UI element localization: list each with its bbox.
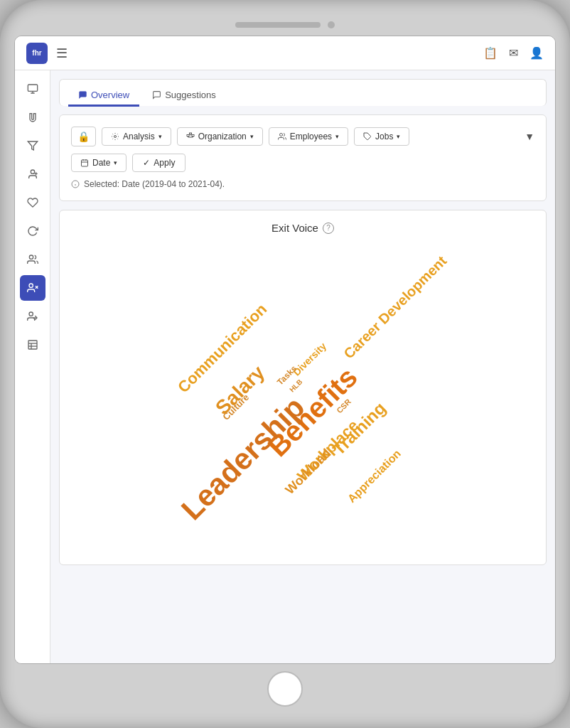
svg-point-19	[114, 136, 117, 138]
organization-dropdown[interactable]: Organization ▾	[177, 127, 263, 146]
word-cloud-word: Salary	[211, 361, 269, 419]
tab-suggestions-label: Suggestions	[165, 90, 216, 100]
word-cloud-title: Exit Voice	[271, 222, 318, 234]
filter-funnel-icon[interactable]: ▼	[525, 131, 534, 142]
tablet-screen: fhr ☰ 📋 ✉ 👤	[14, 36, 556, 664]
help-icon[interactable]: ?	[323, 223, 334, 234]
tab-overview-label: Overview	[91, 90, 129, 100]
apply-button[interactable]: ✓ Apply	[132, 154, 185, 172]
analysis-label: Analysis	[123, 132, 155, 141]
document-icon[interactable]: 📋	[483, 46, 498, 60]
date-dropdown[interactable]: Date ▾	[71, 154, 127, 172]
sidebar-item-user-arrow[interactable]	[20, 304, 45, 329]
svg-rect-20	[187, 135, 189, 136]
analysis-dropdown[interactable]: Analysis ▾	[102, 127, 171, 146]
content-area: Overview Suggestions 🔒	[50, 70, 555, 663]
tablet-frame: fhr ☰ 📋 ✉ 👤	[0, 0, 570, 728]
svg-marker-5	[28, 141, 37, 150]
svg-point-6	[31, 170, 34, 173]
word-cloud-word: Leadership	[175, 390, 311, 527]
svg-point-27	[279, 134, 282, 136]
tab-overview[interactable]: Overview	[68, 85, 139, 107]
date-label: Date	[92, 158, 110, 168]
analysis-chevron: ▾	[158, 133, 162, 140]
hamburger-icon[interactable]: ☰	[56, 46, 68, 61]
organization-chevron: ▾	[250, 133, 254, 140]
word-cloud-word: Appreciation	[345, 447, 404, 505]
main-area: Overview Suggestions 🔒	[15, 70, 555, 663]
jobs-chevron: ▾	[397, 133, 400, 140]
lock-button[interactable]: 🔒	[71, 127, 96, 146]
sidebar-item-add-user[interactable]	[20, 161, 45, 187]
word-cloud-word: HLB	[289, 378, 304, 393]
jobs-dropdown[interactable]: Jobs ▾	[354, 127, 409, 146]
svg-rect-29	[82, 160, 88, 166]
tablet-speaker	[235, 22, 321, 28]
sidebar-item-table[interactable]	[20, 332, 45, 358]
app-header: fhr ☰ 📋 ✉ 👤	[15, 36, 555, 70]
logo-badge: fhr	[26, 43, 48, 64]
svg-rect-0	[28, 85, 37, 91]
app-container: fhr ☰ 📋 ✉ 👤	[15, 36, 555, 663]
mail-icon[interactable]: ✉	[509, 46, 518, 60]
svg-rect-22	[192, 135, 194, 136]
tablet-camera	[328, 21, 335, 28]
sidebar-item-magnet[interactable]	[20, 105, 45, 130]
tablet-bottom-bar	[14, 671, 556, 707]
sidebar-item-filter[interactable]	[20, 133, 45, 159]
filter-row2: Date ▾ ✓ Apply	[71, 154, 534, 172]
tablet-home-button[interactable]	[267, 671, 303, 707]
word-cloud-container: Career DevelopmentCommunicationDiversity…	[71, 248, 534, 532]
sidebar-item-monitor[interactable]	[20, 76, 45, 102]
svg-point-10	[29, 284, 33, 287]
word-cloud-section: Exit Voice ? Career DevelopmentCommunica…	[59, 210, 547, 565]
svg-point-9	[29, 255, 33, 259]
header-left: fhr ☰	[26, 43, 68, 64]
organization-label: Organization	[198, 132, 247, 141]
section-title: Exit Voice ?	[71, 222, 534, 234]
sidebar-item-user-x[interactable]	[20, 275, 45, 301]
sidebar-item-refresh[interactable]	[20, 218, 45, 244]
employees-label: Employees	[290, 132, 332, 141]
employees-chevron: ▾	[335, 133, 339, 140]
employees-dropdown[interactable]: Employees ▾	[269, 127, 348, 146]
tab-suggestions[interactable]: Suggestions	[142, 85, 226, 107]
svg-rect-21	[189, 133, 191, 134]
word-cloud-word: Career Development	[340, 253, 450, 363]
apply-label: Apply	[154, 158, 175, 168]
sidebar-item-heart[interactable]	[20, 190, 45, 215]
sidebar	[15, 70, 50, 663]
filter-card: 🔒 Analysis ▾ Organization ▾	[59, 114, 547, 201]
date-chevron: ▾	[114, 159, 117, 166]
tabs-bar: Overview Suggestions	[59, 79, 547, 106]
header-right: 📋 ✉ 👤	[483, 46, 544, 60]
svg-rect-15	[28, 341, 37, 349]
selected-text: Selected: Date (2019-04 to 2021-04).	[84, 179, 225, 189]
sidebar-item-group[interactable]	[20, 247, 45, 272]
tablet-top-bar	[14, 21, 556, 28]
filter-row1: 🔒 Analysis ▾ Organization ▾	[71, 127, 534, 146]
filter-info-row: Selected: Date (2019-04 to 2021-04).	[71, 179, 534, 189]
user-icon[interactable]: 👤	[529, 46, 544, 60]
svg-point-13	[29, 312, 33, 316]
jobs-label: Jobs	[375, 132, 393, 141]
apply-checkmark: ✓	[143, 158, 150, 168]
